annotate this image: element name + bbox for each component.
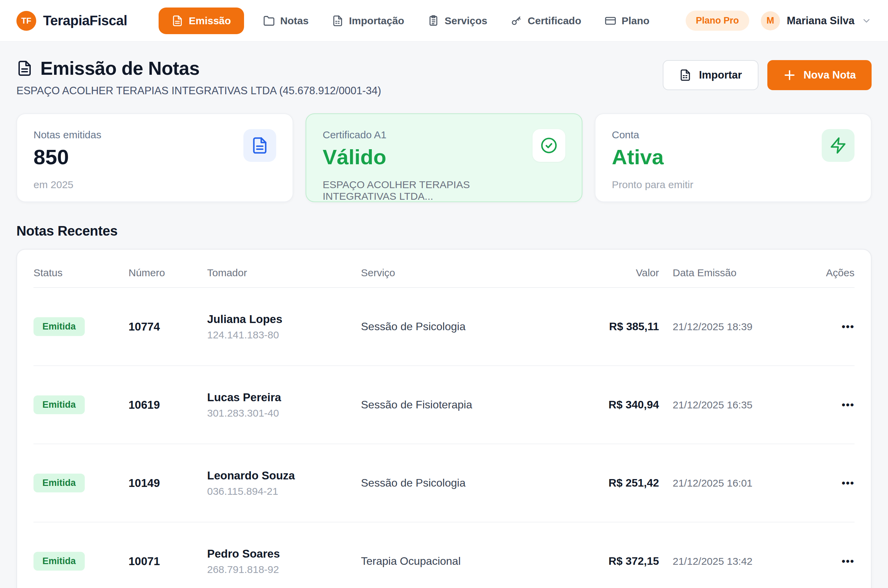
main-nav: Emissão Notas Importação Serviços Certif… bbox=[159, 8, 653, 34]
avatar: M bbox=[761, 11, 780, 30]
brand[interactable]: TF TerapiaFiscal bbox=[17, 11, 127, 31]
navbar-right: Plano Pro M Mariana Silva bbox=[686, 10, 871, 31]
numero-cell: 10619 bbox=[128, 399, 207, 411]
table-row: Emitida 10619 Lucas Pereira 301.283.301-… bbox=[33, 366, 855, 444]
user-menu[interactable]: M Mariana Silva bbox=[761, 11, 871, 30]
acoes-cell: ••• bbox=[792, 474, 855, 492]
document-icon bbox=[17, 60, 33, 76]
bolt-icon bbox=[822, 129, 855, 162]
tomador-cell: Lucas Pereira 301.283.301-40 bbox=[207, 391, 361, 419]
nav-item-certificado[interactable]: Certificado bbox=[507, 8, 585, 34]
import-button-label: Importar bbox=[699, 69, 742, 81]
nav-item-plano[interactable]: Plano bbox=[601, 8, 654, 34]
card-notas-emitidas: Notas emitidas 850 em 2025 bbox=[17, 113, 293, 202]
status-badge: Emitida bbox=[33, 474, 85, 492]
valor-cell: R$ 251,42 bbox=[600, 477, 659, 489]
status-badge: Emitida bbox=[33, 552, 85, 571]
card-caption: em 2025 bbox=[33, 179, 101, 190]
tomador-name: Pedro Soares bbox=[207, 548, 361, 560]
card-conta: Conta Ativa Pronto para emitir bbox=[595, 113, 871, 202]
acoes-cell: ••• bbox=[792, 396, 855, 414]
status-cell: Emitida bbox=[33, 317, 128, 336]
status-badge: Emitida bbox=[33, 317, 85, 336]
acoes-cell: ••• bbox=[792, 318, 855, 336]
page-header: Emissão de Notas ESPAÇO ACOLHER TERAPIAS… bbox=[0, 42, 888, 97]
servico-cell: Sessão de Psicologia bbox=[361, 320, 600, 333]
card-value: 850 bbox=[33, 146, 101, 169]
recent-notes-table: Status Número Tomador Serviço Valor Data… bbox=[17, 249, 871, 588]
nav-label: Plano bbox=[622, 15, 650, 27]
row-actions-button[interactable]: ••• bbox=[835, 396, 855, 414]
stat-cards: Notas emitidas 850 em 2025 Certificado A… bbox=[17, 113, 871, 202]
brand-logo: TF bbox=[17, 11, 36, 31]
company-subtitle: ESPAÇO ACOLHER TERAPIAS INTEGRATIVAS LTD… bbox=[17, 85, 381, 97]
top-navbar: TF TerapiaFiscal Emissão Notas Importaçã… bbox=[0, 0, 888, 42]
card-label: Certificado A1 bbox=[323, 129, 533, 141]
file-import-icon bbox=[332, 15, 343, 27]
row-actions-button[interactable]: ••• bbox=[835, 474, 855, 492]
valor-cell: R$ 385,11 bbox=[600, 320, 659, 333]
data-emissao-cell: 21/12/2025 18:39 bbox=[659, 321, 792, 333]
card-label: Notas emitidas bbox=[33, 129, 101, 141]
status-cell: Emitida bbox=[33, 474, 128, 492]
nav-item-servicos[interactable]: Serviços bbox=[423, 8, 492, 34]
card-caption: Pronto para emitir bbox=[612, 179, 693, 190]
servico-cell: Terapia Ocupacional bbox=[361, 555, 600, 567]
numero-cell: 10774 bbox=[128, 320, 207, 333]
nav-label: Certificado bbox=[528, 15, 581, 27]
row-actions-button[interactable]: ••• bbox=[835, 318, 855, 336]
plan-badge: Plano Pro bbox=[686, 10, 749, 31]
nav-item-emissao[interactable]: Emissão bbox=[159, 8, 244, 34]
nav-item-importacao[interactable]: Importação bbox=[328, 8, 408, 34]
section-title-notas-recentes: Notas Recentes bbox=[17, 224, 871, 238]
tomador-cell: Leonardo Souza 036.115.894-21 bbox=[207, 469, 361, 497]
tomador-cell: Juliana Lopes 124.141.183-80 bbox=[207, 313, 361, 341]
nav-label: Notas bbox=[280, 15, 309, 27]
data-emissao-cell: 21/12/2025 16:35 bbox=[659, 399, 792, 411]
tomador-name: Leonardo Souza bbox=[207, 469, 361, 482]
new-note-button-label: Nova Nota bbox=[804, 69, 856, 81]
file-import-icon bbox=[679, 69, 691, 81]
card-caption: ESPAÇO ACOLHER TERAPIAS INTEGRATIVAS LTD… bbox=[323, 179, 533, 202]
tomador-document: 036.115.894-21 bbox=[207, 486, 361, 497]
file-text-icon bbox=[172, 15, 183, 27]
status-badge: Emitida bbox=[33, 395, 85, 414]
document-icon bbox=[243, 129, 276, 162]
col-acoes: Ações bbox=[792, 267, 855, 279]
tomador-cell: Pedro Soares 268.791.818-92 bbox=[207, 548, 361, 575]
status-cell: Emitida bbox=[33, 395, 128, 414]
data-emissao-cell: 21/12/2025 16:01 bbox=[659, 477, 792, 489]
plus-icon bbox=[783, 69, 796, 82]
tomador-document: 268.791.818-92 bbox=[207, 564, 361, 575]
credit-card-icon bbox=[605, 15, 616, 27]
card-certificado: Certificado A1 Válido ESPAÇO ACOLHER TER… bbox=[306, 113, 582, 202]
table-body: Emitida 10774 Juliana Lopes 124.141.183-… bbox=[33, 288, 855, 588]
data-emissao-cell: 21/12/2025 13:42 bbox=[659, 555, 792, 567]
tomador-document: 301.283.301-40 bbox=[207, 407, 361, 419]
col-tomador: Tomador bbox=[207, 267, 361, 279]
import-button[interactable]: Importar bbox=[663, 60, 759, 90]
nav-item-notas[interactable]: Notas bbox=[259, 8, 313, 34]
col-data-emissao: Data Emissão bbox=[659, 267, 792, 279]
numero-cell: 10149 bbox=[128, 477, 207, 490]
check-circle-icon bbox=[533, 129, 565, 162]
numero-cell: 10071 bbox=[128, 555, 207, 568]
col-status: Status bbox=[33, 267, 128, 279]
tomador-name: Lucas Pereira bbox=[207, 391, 361, 404]
col-numero: Número bbox=[128, 267, 207, 279]
folder-icon bbox=[263, 15, 275, 27]
nav-label: Importação bbox=[349, 15, 404, 27]
table-row: Emitida 10071 Pedro Soares 268.791.818-9… bbox=[33, 522, 855, 588]
row-actions-button[interactable]: ••• bbox=[835, 552, 855, 571]
page-title: Emissão de Notas bbox=[40, 57, 200, 79]
tomador-document: 124.141.183-80 bbox=[207, 329, 361, 341]
new-note-button[interactable]: Nova Nota bbox=[768, 60, 871, 90]
table-row: Emitida 10774 Juliana Lopes 124.141.183-… bbox=[33, 288, 855, 366]
card-value: Ativa bbox=[612, 146, 693, 169]
card-value: Válido bbox=[323, 146, 533, 169]
col-servico: Serviço bbox=[361, 267, 600, 279]
clipboard-icon bbox=[427, 15, 439, 27]
servico-cell: Sessão de Fisioterapia bbox=[361, 399, 600, 411]
servico-cell: Sessão de Psicologia bbox=[361, 477, 600, 489]
nav-label: Emissão bbox=[189, 15, 231, 27]
